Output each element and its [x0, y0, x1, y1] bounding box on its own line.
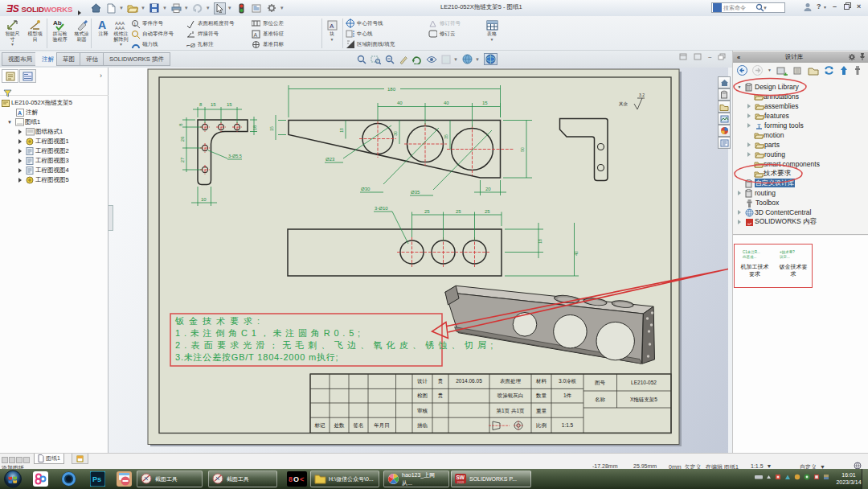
svg-text:25: 25 — [456, 209, 461, 214]
svg-text:Ø35: Ø35 — [411, 190, 420, 195]
svg-text:2014.06.05: 2014.06.05 — [456, 378, 482, 384]
svg-text:名称: 名称 — [595, 397, 606, 403]
svg-text:Ab: Ab — [53, 19, 62, 27]
svg-text:20: 20 — [485, 187, 491, 191]
svg-text:AAA: AAA — [115, 26, 125, 31]
svg-text:30: 30 — [393, 131, 398, 136]
svg-text:设计: 设计 — [417, 378, 428, 384]
svg-text:1.未注倒角C1，未注圆角R0.5;: 1.未注倒角C1，未注圆角R0.5; — [175, 328, 364, 338]
svg-text:+技术要?: +技术要? — [780, 250, 795, 254]
svg-text:SW: SW — [456, 475, 465, 480]
svg-text:重量: 重量 — [536, 408, 547, 413]
svg-text:15: 15 — [269, 126, 274, 131]
svg-text:年月日: 年月日 — [374, 422, 390, 429]
svg-text:喷涂银灰白: 喷涂银灰白 — [497, 392, 524, 399]
svg-text:标记: 标记 — [314, 422, 326, 429]
svg-text:Ø30: Ø30 — [361, 187, 371, 191]
svg-text:25: 25 — [424, 209, 430, 214]
svg-text:Ps: Ps — [92, 475, 101, 483]
svg-text:数量: 数量 — [535, 392, 547, 398]
svg-text:图号: 图号 — [595, 380, 606, 385]
svg-text:18: 18 — [538, 239, 542, 244]
svg-text:1: 1 — [133, 21, 137, 26]
svg-text:3.未注公差按GB/T 1804-2000 m执行;: 3.未注公差按GB/T 1804-2000 m执行; — [175, 352, 338, 362]
svg-text:其余: 其余 — [619, 101, 628, 107]
svg-text:50: 50 — [520, 147, 525, 152]
svg-text:⌐Ø: ⌐Ø — [186, 42, 195, 49]
svg-text:审核: 审核 — [417, 408, 428, 413]
svg-text:15: 15 — [227, 102, 232, 107]
svg-text:A: A — [98, 19, 106, 31]
svg-text:Ø23: Ø23 — [326, 157, 335, 162]
svg-text:A: A — [18, 110, 22, 116]
svg-text:钣金技术要求:: 钣金技术要求: — [174, 316, 264, 326]
svg-text:贵: 贵 — [438, 392, 444, 399]
svg-text:2.表面要求光滑；无毛刺、飞边、氧化皮、锈蚀、切屑;: 2.表面要求光滑；无毛刺、飞边、氧化皮、锈蚀、切屑; — [175, 340, 497, 350]
svg-text:18: 18 — [339, 128, 344, 133]
svg-text:议定...: 议定... — [779, 255, 790, 259]
svg-text:18: 18 — [252, 125, 257, 130]
svg-text:27: 27 — [180, 157, 185, 162]
svg-text:C1未注R...: C1未注R... — [743, 250, 760, 254]
svg-text:40: 40 — [574, 251, 579, 256]
svg-text:贵: 贵 — [438, 378, 444, 384]
svg-text:LE210-052: LE210-052 — [631, 380, 657, 385]
svg-text:A: A — [254, 31, 258, 37]
svg-text:处数: 处数 — [334, 422, 346, 429]
svg-text:<: < — [300, 475, 304, 483]
svg-text:表面处理: 表面处理 — [500, 378, 522, 384]
svg-text:3.0冷板: 3.0冷板 — [559, 378, 577, 384]
svg-text:O: O — [293, 475, 299, 483]
svg-text:比例: 比例 — [536, 422, 547, 429]
svg-text:40: 40 — [444, 101, 449, 105]
svg-text:材料: 材料 — [535, 378, 547, 384]
svg-text:40: 40 — [397, 101, 403, 105]
svg-text:35: 35 — [444, 134, 448, 139]
svg-text:第1页 共1页: 第1页 共1页 — [496, 408, 525, 414]
svg-text:8: 8 — [289, 475, 293, 483]
svg-text:检图: 检图 — [417, 392, 428, 398]
svg-text:15: 15 — [482, 101, 488, 105]
svg-text:10: 10 — [201, 197, 207, 202]
svg-text:25: 25 — [485, 209, 490, 214]
svg-text:1件: 1件 — [563, 392, 572, 398]
svg-text:3.2: 3.2 — [639, 92, 645, 97]
svg-text:3-Ø5.5: 3-Ø5.5 — [228, 154, 242, 158]
svg-text:1:1.5: 1:1.5 — [562, 422, 574, 428]
svg-text:2019: 2019 — [457, 481, 464, 484]
svg-text:A: A — [330, 23, 334, 30]
svg-text:15: 15 — [211, 102, 216, 107]
svg-text:描临: 描临 — [417, 422, 428, 429]
svg-text:180: 180 — [387, 87, 396, 92]
svg-text:3-Ø10: 3-Ø10 — [375, 206, 388, 211]
svg-text:此基准...: 此基准... — [743, 255, 756, 259]
svg-text:签名: 签名 — [354, 422, 364, 429]
svg-text:26: 26 — [180, 136, 185, 142]
svg-text:X拖链支架5: X拖链支架5 — [630, 397, 657, 403]
